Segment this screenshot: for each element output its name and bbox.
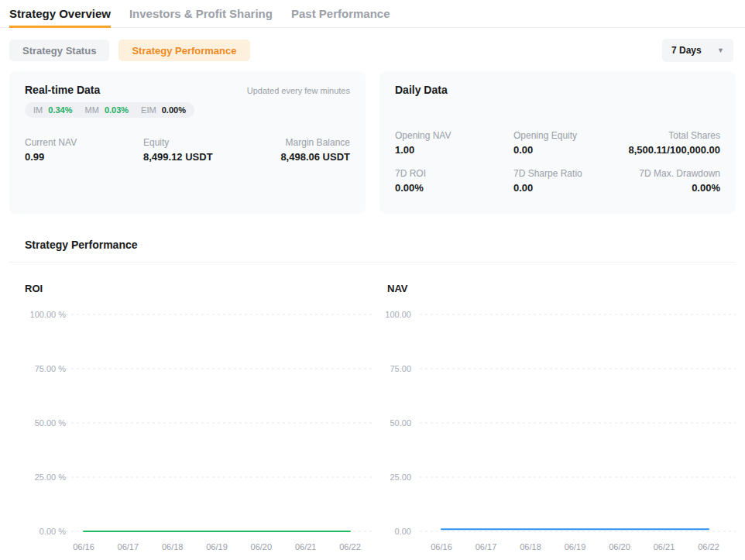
stat-opening-equity: Opening Equity 0.00 [513, 130, 628, 156]
stat-value: 0.00 [513, 182, 639, 194]
range-select-value: 7 Days [671, 45, 702, 56]
stat-label: 7D Sharpe Ratio [513, 168, 639, 179]
svg-text:06/17: 06/17 [118, 542, 139, 551]
stat-margin-balance: Margin Balance 8,498.06 USDT [280, 137, 350, 163]
svg-text:06/16: 06/16 [431, 542, 452, 551]
stat-value: 1.00 [395, 144, 513, 156]
svg-text:06/18: 06/18 [520, 542, 541, 551]
stat-label: Total Shares [628, 130, 720, 141]
svg-text:06/22: 06/22 [339, 542, 361, 551]
svg-text:06/17: 06/17 [475, 542, 497, 551]
stat-value: 8,500.11/100,000.00 [628, 144, 720, 156]
margin-requirement-badge: IM 0.34% MM 0.03% EIM 0.00% [25, 102, 194, 118]
range-select[interactable]: 7 Days ▼ [662, 39, 733, 62]
roi-chart-plot[interactable]: 100.00 %75.00 %50.00 %25.00 %0.00 %06/16… [9, 301, 373, 557]
stat-value: 0.00% [395, 182, 513, 194]
svg-text:50.00 %: 50.00 % [35, 418, 67, 428]
stat-7d-roi: 7D ROI 0.00% [395, 168, 513, 194]
svg-text:25.00 %: 25.00 % [35, 472, 67, 482]
stat-value: 0.99 [25, 151, 143, 163]
svg-text:25.00: 25.00 [390, 472, 411, 482]
stat-label: Margin Balance [280, 137, 350, 148]
main-tabs: Strategy Overview Investors & Profit Sha… [0, 0, 745, 28]
stat-current-nav: Current NAV 0.99 [25, 137, 143, 163]
tab-strategy-overview[interactable]: Strategy Overview [9, 0, 111, 28]
svg-text:0.00 %: 0.00 % [39, 527, 66, 536]
tab-investors-profit-sharing[interactable]: Investors & Profit Sharing [129, 0, 273, 28]
roi-chart-title: ROI [25, 283, 373, 294]
subtab-strategy-status[interactable]: Strategy Status [9, 40, 109, 61]
svg-text:75.00 %: 75.00 % [35, 364, 67, 373]
eim-badge: EIM 0.00% [141, 105, 186, 115]
stat-label: 7D Max. Drawdown [639, 168, 720, 179]
svg-text:100.00 %: 100.00 % [30, 310, 67, 319]
svg-text:06/21: 06/21 [295, 542, 317, 551]
stat-opening-nav: Opening NAV 1.00 [395, 130, 513, 156]
svg-text:06/19: 06/19 [565, 542, 586, 551]
charts-row: ROI 100.00 %75.00 %50.00 %25.00 %0.00 %0… [9, 263, 745, 557]
chevron-down-icon: ▼ [717, 47, 724, 54]
mm-label: MM [85, 105, 99, 115]
stat-7d-sharpe-ratio: 7D Sharpe Ratio 0.00 [513, 168, 639, 194]
stat-value: 0.00 [513, 144, 628, 156]
stat-value: 0.00% [639, 182, 720, 194]
stat-label: Equity [143, 137, 280, 148]
nav-chart: NAV 100.0075.0050.0025.000.0006/1606/170… [379, 263, 743, 557]
svg-text:06/20: 06/20 [251, 542, 273, 551]
performance-section-title: Strategy Performance [25, 239, 745, 251]
svg-text:75.00: 75.00 [390, 364, 411, 373]
svg-text:06/16: 06/16 [73, 542, 94, 551]
subtab-row: Strategy Status Strategy Performance 7 D… [9, 39, 736, 62]
svg-text:50.00: 50.00 [390, 418, 411, 428]
stat-label: Opening NAV [395, 130, 513, 141]
svg-text:06/22: 06/22 [698, 542, 719, 551]
im-label: IM [33, 105, 43, 115]
im-value: 0.34% [48, 105, 72, 115]
eim-label: EIM [141, 105, 156, 115]
daily-data-card: Daily Data Opening NAV 1.00 Opening Equi… [379, 71, 736, 214]
updated-note: Updated every few minutes [247, 86, 350, 95]
svg-text:06/21: 06/21 [654, 542, 675, 551]
data-cards-row: Real-time Data Updated every few minutes… [9, 71, 736, 214]
svg-text:0.00: 0.00 [395, 527, 411, 536]
roi-chart: ROI 100.00 %75.00 %50.00 %25.00 %0.00 %0… [9, 263, 373, 557]
stat-total-shares: Total Shares 8,500.11/100,000.00 [628, 130, 720, 156]
mm-value: 0.03% [105, 105, 129, 115]
realtime-data-card: Real-time Data Updated every few minutes… [9, 71, 366, 214]
realtime-card-title: Real-time Data [25, 84, 100, 96]
subtab-strategy-performance[interactable]: Strategy Performance [118, 40, 249, 61]
stat-7d-max-drawdown: 7D Max. Drawdown 0.00% [639, 168, 720, 194]
mm-badge: MM 0.03% [85, 105, 129, 115]
nav-chart-plot[interactable]: 100.0075.0050.0025.000.0006/1606/1706/18… [379, 301, 743, 557]
svg-text:06/20: 06/20 [609, 542, 630, 551]
svg-text:100.00: 100.00 [385, 310, 411, 319]
stat-label: 7D ROI [395, 168, 513, 179]
stat-value: 8,498.06 USDT [280, 151, 350, 163]
stat-label: Current NAV [25, 137, 143, 148]
im-badge: IM 0.34% [33, 105, 73, 115]
svg-text:06/18: 06/18 [162, 542, 184, 551]
tab-past-performance[interactable]: Past Performance [291, 0, 390, 28]
svg-text:06/19: 06/19 [206, 542, 228, 551]
stat-equity: Equity 8,499.12 USDT [143, 137, 280, 163]
stat-value: 8,499.12 USDT [143, 151, 280, 163]
nav-chart-title: NAV [387, 283, 743, 294]
eim-value: 0.00% [162, 105, 186, 115]
stat-label: Opening Equity [513, 130, 628, 141]
daily-card-title: Daily Data [395, 84, 448, 96]
